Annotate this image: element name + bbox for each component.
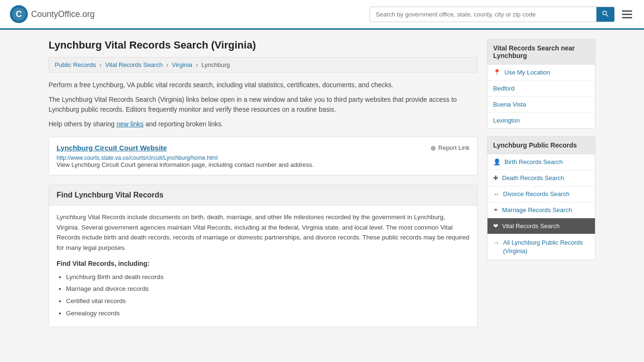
link-card-desc: View Lynchburg Circuit Court general inf… xyxy=(57,161,470,168)
sidebar-location-bedford[interactable]: Bedford xyxy=(487,81,595,97)
breadcrumb-vital-records[interactable]: Vital Records Search xyxy=(105,61,163,68)
section-header: Find Lynchburg Vital Records xyxy=(49,185,477,206)
report-link-btn[interactable]: ⊗ Report Link xyxy=(430,144,470,152)
hamburger-line-1 xyxy=(622,10,632,12)
sidebar-public-records-heading: Lynchburg Public Records xyxy=(487,137,595,154)
use-my-location-link[interactable]: Use My Location xyxy=(504,69,550,76)
page-title: Lynchburg Vital Records Search (Virginia… xyxy=(49,39,478,51)
sidebar-item-all-records[interactable]: → All Lynchburg Public Records (Virginia… xyxy=(487,234,595,260)
breadcrumb: Public Records › Vital Records Search › … xyxy=(49,57,478,73)
hamburger-line-3 xyxy=(622,17,632,18)
header-right xyxy=(370,7,635,22)
sidebar-near-heading: Vital Records Search near Lynchburg xyxy=(487,40,595,65)
intro-paragraph-3: Help others by sharing new links and rep… xyxy=(49,119,478,129)
heart-icon: ❤ xyxy=(493,222,498,230)
search-icon xyxy=(602,10,609,17)
intro-paragraph-2: The Lynchburg Vital Records Search (Virg… xyxy=(49,95,478,115)
hamburger-button[interactable] xyxy=(619,8,635,21)
link-card-url[interactable]: http://www.courts.state.va.us/courts/cir… xyxy=(57,154,470,161)
intro3-after: and reporting broken links. xyxy=(144,120,223,128)
report-link-label: Report Link xyxy=(438,144,470,151)
list-item: Lynchburg Birth and death records xyxy=(66,272,470,282)
lexington-link[interactable]: Lexington xyxy=(493,117,520,124)
link-card-title[interactable]: Lynchburg Circuit Court Website xyxy=(57,144,167,152)
sidebar-near-section: Vital Records Search near Lynchburg 📍 Us… xyxy=(487,39,595,129)
breadcrumb-virginia[interactable]: Virginia xyxy=(172,61,192,68)
sidebar: Vital Records Search near Lynchburg 📍 Us… xyxy=(487,39,595,268)
buena-vista-link[interactable]: Buena Vista xyxy=(493,101,526,108)
svg-point-3 xyxy=(603,11,607,15)
link-card-header: Lynchburg Circuit Court Website ⊗ Report… xyxy=(57,144,470,152)
page-wrap: Lynchburg Vital Records Search (Virginia… xyxy=(39,30,605,337)
list-heading: Find Vital Records, including: xyxy=(57,258,470,269)
logo-icon: C xyxy=(9,5,28,24)
new-links-link[interactable]: new links xyxy=(116,120,144,128)
sidebar-item-birth-records[interactable]: 👤 Birth Records Search xyxy=(487,154,595,170)
cross-icon: ✚ xyxy=(493,174,498,181)
main-content: Lynchburg Vital Records Search (Virginia… xyxy=(49,39,478,327)
breadcrumb-current: Lynchburg xyxy=(201,61,230,68)
sidebar-item-divorce-records[interactable]: ↔ Divorce Records Search xyxy=(487,186,595,202)
birth-records-link[interactable]: Birth Records Search xyxy=(504,158,563,165)
logo-text: CountyOffice.org xyxy=(31,9,95,19)
death-records-link[interactable]: Death Records Search xyxy=(502,174,564,181)
section-body-text: Lynchburg Vital Records include document… xyxy=(57,212,470,253)
svg-text:C: C xyxy=(16,9,22,19)
link-card: Lynchburg Circuit Court Website ⊗ Report… xyxy=(49,137,478,175)
bedford-link[interactable]: Bedford xyxy=(493,85,515,92)
logo[interactable]: C CountyOffice.org xyxy=(9,5,95,24)
list-item: Certified vital records xyxy=(66,296,470,306)
all-records-link[interactable]: All Lynchburg Public Records (Virginia) xyxy=(503,239,589,255)
vital-records-active-label: Vital Records Search xyxy=(502,222,560,230)
sidebar-item-death-records[interactable]: ✚ Death Records Search xyxy=(487,170,595,186)
list-item: Genealogy records xyxy=(66,308,470,319)
sidebar-location-lexington[interactable]: Lexington xyxy=(487,113,595,128)
intro3-before: Help others by sharing xyxy=(49,120,116,128)
list-item: Marriage and divorce records xyxy=(66,284,470,294)
arrow-right-icon: → xyxy=(493,239,499,246)
section-body: Lynchburg Vital Records include document… xyxy=(49,206,477,327)
hamburger-line-2 xyxy=(622,14,632,15)
search-bar[interactable] xyxy=(370,7,615,22)
find-vital-records-section: Find Lynchburg Vital Records Lynchburg V… xyxy=(49,185,478,327)
rings-icon: ⚭ xyxy=(493,206,498,214)
person-icon: 👤 xyxy=(493,158,501,165)
sidebar-public-records-section: Lynchburg Public Records 👤 Birth Records… xyxy=(487,136,595,260)
sidebar-use-my-location[interactable]: 📍 Use My Location xyxy=(487,65,595,81)
intro-paragraph-1: Perform a free Lynchburg, VA public vita… xyxy=(49,80,478,90)
vital-records-list: Lynchburg Birth and death records Marria… xyxy=(66,272,470,318)
location-pin-icon: 📍 xyxy=(493,69,501,76)
search-button[interactable] xyxy=(596,7,614,22)
search-input[interactable] xyxy=(370,8,596,21)
svg-line-4 xyxy=(606,15,608,16)
breadcrumb-public-records[interactable]: Public Records xyxy=(55,61,96,68)
section-heading: Find Lynchburg Vital Records xyxy=(57,191,470,199)
link-card-url-text[interactable]: http://www.courts.state.va.us/courts/cir… xyxy=(57,155,218,161)
divorce-records-link[interactable]: Divorce Records Search xyxy=(503,190,570,197)
sidebar-location-buena-vista[interactable]: Buena Vista xyxy=(487,97,595,113)
page-header: C CountyOffice.org xyxy=(0,0,644,30)
marriage-records-link[interactable]: Marriage Records Search xyxy=(502,206,572,214)
sidebar-item-vital-records[interactable]: ❤ Vital Records Search xyxy=(487,218,595,234)
report-icon: ⊗ xyxy=(430,144,436,152)
arrows-icon: ↔ xyxy=(493,190,499,197)
sidebar-item-marriage-records[interactable]: ⚭ Marriage Records Search xyxy=(487,202,595,218)
